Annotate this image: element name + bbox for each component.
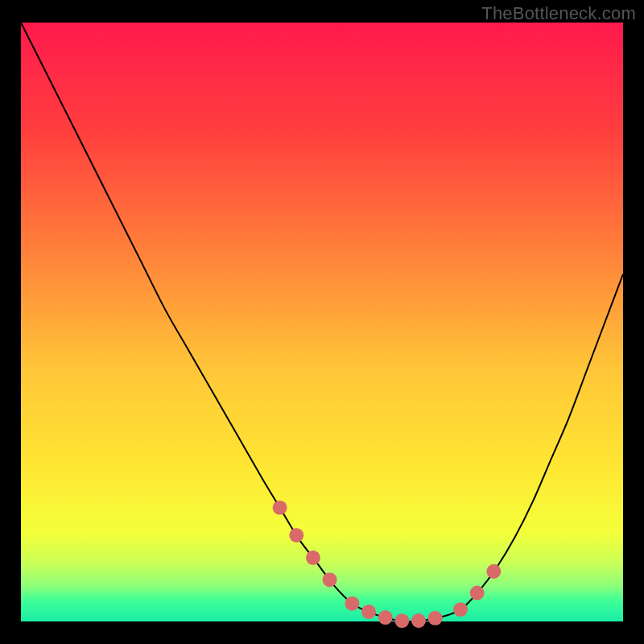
svg-point-10 <box>453 602 468 617</box>
svg-point-4 <box>345 597 359 611</box>
svg-point-3 <box>323 572 337 587</box>
chart-stage: TheBottleneck.com <box>0 0 644 644</box>
chart-svg <box>0 0 644 644</box>
svg-point-5 <box>361 605 376 619</box>
svg-point-11 <box>470 586 485 601</box>
svg-point-9 <box>428 611 443 625</box>
watermark-text: TheBottleneck.com <box>481 3 636 24</box>
plot-area <box>21 23 623 621</box>
svg-point-1 <box>289 528 303 543</box>
svg-point-0 <box>273 501 287 515</box>
svg-point-6 <box>378 610 393 625</box>
svg-point-2 <box>306 551 320 565</box>
svg-point-8 <box>411 613 426 628</box>
svg-point-12 <box>486 564 501 579</box>
svg-point-7 <box>394 613 409 628</box>
